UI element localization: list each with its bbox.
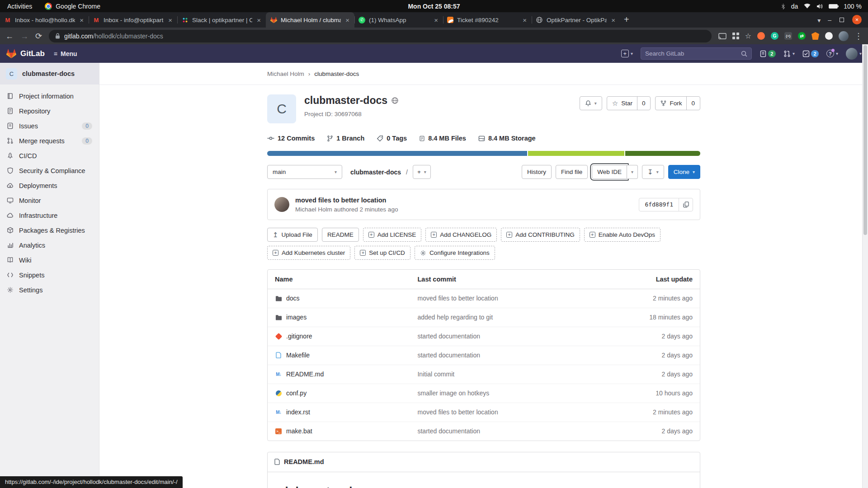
reload-button[interactable]: ⟳	[35, 32, 42, 40]
commit-message-link[interactable]: moved files to better location	[417, 408, 498, 416]
copy-sha-button[interactable]	[679, 198, 693, 211]
metamask-icon[interactable]	[811, 32, 819, 40]
sidebar-item-merge-requests[interactable]: Merge requests 0	[0, 133, 99, 148]
sidebar-item-cicd[interactable]: CI/CD	[0, 148, 99, 163]
sidebar-item-issues[interactable]: Issues 0	[0, 118, 99, 133]
forward-button[interactable]: →	[20, 32, 28, 40]
tab-close-icon[interactable]: ×	[167, 16, 173, 24]
find-file-button[interactable]: Find file	[556, 165, 588, 179]
commit-message-link[interactable]: started documentation	[417, 333, 480, 340]
branch-selector[interactable]: main ▾	[267, 165, 342, 179]
tab-inbox-optikpartner[interactable]: M Inbox - info@optikpartne ×	[89, 12, 177, 28]
scrollbar-thumb[interactable]	[863, 45, 867, 235]
extension-orange-icon[interactable]	[757, 32, 765, 40]
tab-ticket[interactable]: Ticket #890242 ×	[443, 12, 532, 28]
add-license-button[interactable]: +Add LICENSE	[363, 228, 422, 242]
breadcrumb-current[interactable]: clubmaster-docs	[314, 70, 359, 77]
address-bar[interactable]: gitlab.com/hollodk/clubmaster-docs	[49, 30, 712, 42]
clock[interactable]: Mon Oct 25 08:57	[408, 3, 460, 10]
web-ide-button[interactable]: Web IDE	[592, 165, 627, 179]
web-ide-dropdown[interactable]: ▾	[627, 165, 638, 179]
search-input[interactable]	[645, 50, 741, 57]
commit-author-link[interactable]: Michael Holm	[295, 206, 332, 213]
readme-filename[interactable]: README.md	[284, 458, 324, 465]
new-dropdown-button[interactable]: + ▾	[621, 50, 633, 57]
commit-message-link[interactable]: started documentation	[417, 427, 480, 435]
table-row[interactable]: M↓index.rst moved files to better locati…	[268, 403, 700, 422]
readme-button[interactable]: README	[322, 228, 359, 242]
repo-path-root[interactable]: clubmaster-docs	[350, 169, 401, 176]
tab-close-icon[interactable]: ×	[522, 16, 528, 24]
browser-profile-avatar[interactable]	[839, 31, 849, 41]
sidebar-item-project-information[interactable]: Project information	[0, 89, 99, 103]
grammarly-icon[interactable]: G	[771, 32, 778, 40]
fork-count[interactable]: 0	[686, 97, 695, 110]
star-count[interactable]: 0	[637, 97, 646, 110]
gitlab-brand[interactable]: GitLab	[6, 49, 45, 59]
tab-close-icon[interactable]: ×	[79, 16, 85, 24]
fork-button[interactable]: Fork 0	[655, 96, 700, 110]
back-button[interactable]: ←	[5, 32, 14, 40]
breadcrumb-parent[interactable]: Michael Holm	[267, 70, 304, 77]
extension-light-icon[interactable]	[825, 32, 833, 40]
table-row[interactable]: .gitignore started documentation 2 days …	[268, 327, 700, 346]
stat-branches[interactable]: 1 Branch	[327, 135, 364, 142]
sidebar-item-infrastructure[interactable]: Infrastructure	[0, 208, 99, 223]
sidebar-item-wiki[interactable]: Wiki	[0, 253, 99, 267]
help-nav-button[interactable]: ? ▾	[826, 50, 838, 57]
extension-brackets-icon[interactable]: {=}	[784, 32, 792, 40]
history-button[interactable]: History	[522, 165, 552, 179]
battery-percent[interactable]: 100 %	[844, 3, 862, 10]
stat-files[interactable]: 8.4 MB Files	[419, 135, 466, 142]
cast-icon[interactable]	[718, 33, 726, 39]
configure-integrations-button[interactable]: Configure Integrations	[415, 246, 495, 260]
workspaces-grid-icon[interactable]	[732, 33, 739, 39]
sidebar-item-security[interactable]: Security & Compliance	[0, 163, 99, 178]
stat-commits[interactable]: 12 Commits	[267, 135, 315, 142]
close-window-button[interactable]: ×	[852, 15, 862, 24]
stat-tags[interactable]: 0 Tags	[377, 135, 407, 142]
sidebar-item-repository[interactable]: Repository	[0, 103, 99, 118]
sidebar-item-settings[interactable]: Settings	[0, 282, 99, 297]
gitlab-search[interactable]	[641, 47, 752, 60]
stat-storage[interactable]: 8.4 MB Storage	[478, 135, 536, 142]
language-segment[interactable]	[624, 151, 700, 156]
sidebar-project-header[interactable]: C clubmaster-docs	[0, 63, 99, 84]
table-row[interactable]: >_make.bat started documentation 2 days …	[268, 422, 700, 441]
tab-close-icon[interactable]: ×	[433, 16, 439, 24]
tab-inbox-hollo[interactable]: M Inbox - hollo@hollo.dk - H ×	[0, 12, 89, 28]
tab-gitlab-active[interactable]: Michael Holm / clubmaste ×	[266, 12, 354, 28]
download-button[interactable]: ↧ ▾	[642, 165, 664, 179]
tab-close-icon[interactable]: ×	[610, 16, 616, 24]
sidebar-item-monitor[interactable]: Monitor	[0, 193, 99, 208]
sidebar-item-analytics[interactable]: Analytics	[0, 238, 99, 253]
commit-message-link[interactable]: added help regarding to git	[417, 314, 493, 321]
commit-message-link[interactable]: started documentation	[417, 352, 480, 359]
add-changelog-button[interactable]: +Add CHANGELOG	[425, 228, 497, 242]
table-row[interactable]: docs moved files to better location 2 mi…	[268, 289, 700, 308]
language-segment[interactable]	[527, 151, 625, 156]
merge-requests-nav-button[interactable]: ▾	[783, 50, 795, 57]
table-row[interactable]: images added help regarding to git 18 mi…	[268, 308, 700, 327]
languages-bar[interactable]	[267, 151, 700, 156]
issues-nav-button[interactable]: 2	[760, 50, 776, 57]
tab-close-icon[interactable]: ×	[344, 16, 350, 24]
tab-close-icon[interactable]: ×	[256, 16, 262, 24]
add-kubernetes-cluster-button[interactable]: +Add Kubernetes cluster	[267, 246, 350, 260]
commit-message-link[interactable]: Initial commit	[417, 371, 454, 378]
table-row[interactable]: Makefile started documentation 2 days ag…	[268, 346, 700, 365]
page-scrollbar[interactable]	[862, 44, 868, 488]
focused-app[interactable]: Google Chrome	[45, 3, 100, 10]
notifications-button[interactable]: ▾	[580, 96, 602, 110]
commit-sha[interactable]: 6fd889f1	[639, 201, 679, 208]
commit-message-link[interactable]: moved files to better location	[295, 197, 398, 204]
setup-cicd-button[interactable]: +Set up CI/CD	[354, 246, 410, 260]
tab-search-icon[interactable]: ▾	[817, 17, 821, 24]
activities-button[interactable]: Activities	[7, 3, 32, 10]
sidebar-item-packages[interactable]: Packages & Registries	[0, 223, 99, 238]
enable-auto-devops-button[interactable]: +Enable Auto DevOps	[584, 228, 660, 242]
language-segment[interactable]	[267, 151, 527, 156]
keyboard-layout[interactable]: da	[791, 3, 798, 10]
restore-button[interactable]	[840, 18, 844, 22]
star-button[interactable]: ☆ Star 0	[607, 96, 651, 110]
